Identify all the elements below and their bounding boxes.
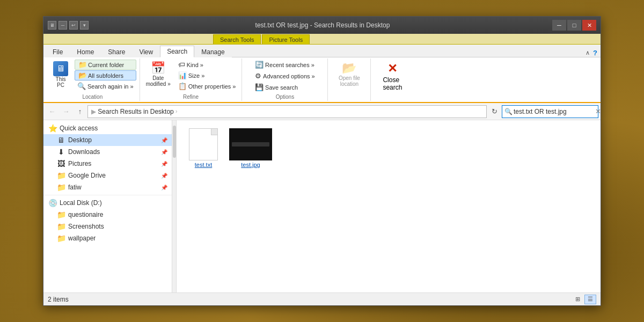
save-icon: 💾: [255, 83, 264, 91]
size-icon: 📊: [178, 71, 187, 79]
ribbon-group-open: 📂 Open filelocation: [328, 58, 371, 101]
list-view-button[interactable]: ☰: [584, 295, 596, 304]
sidebar-divider-1: [43, 195, 172, 195]
close-search-button[interactable]: ✕ Closesearch: [378, 60, 407, 93]
view-controls: ⊞ ☰: [572, 295, 596, 304]
forward-button[interactable]: →: [60, 105, 72, 118]
grid-view-button[interactable]: ⊞: [572, 295, 583, 304]
scrollbar-thumb[interactable]: [173, 126, 176, 158]
sidebar-item-google-drive[interactable]: 📁 Google Drive 📌: [43, 170, 172, 181]
file-area: test.txt test.jpg: [177, 120, 601, 292]
customize-btn[interactable]: ▾: [80, 21, 89, 30]
file-item-test-jpg[interactable]: test.jpg: [229, 126, 272, 171]
sidebar-item-wallpaper[interactable]: 📁 wallpaper: [43, 232, 172, 244]
fatiw-icon: 📁: [56, 183, 66, 192]
tab-share[interactable]: Share: [101, 46, 132, 57]
ribbon-group-refine: 📅 Datemodified » 🏷 Kind » 📊 Size » 📋 Oth…: [140, 58, 243, 101]
this-pc-button[interactable]: 🖥 ThisPC: [49, 60, 72, 90]
minimize-button[interactable]: ─: [552, 20, 566, 31]
calendar-icon: 📅: [151, 61, 165, 75]
explorer-window: 🖥 ─ ↩ ▾ test.txt OR test.jpg - Search Re…: [43, 16, 601, 306]
advanced-options-button[interactable]: ⚙ Advanced options »: [252, 71, 318, 81]
address-path[interactable]: ▶ Search Results in Desktop ›: [87, 105, 487, 118]
ribbon-group-close-search: ✕ Closesearch: [371, 58, 414, 101]
address-bar: ← → ↑ ▶ Search Results in Desktop › ↻ 🔍 …: [43, 103, 601, 120]
window-title: test.txt OR test.jpg - Search Results in…: [93, 21, 552, 29]
sidebar-item-pictures[interactable]: 🖼 Pictures 📌: [43, 158, 172, 170]
file-name-jpg: test.jpg: [241, 162, 260, 168]
local-disk-icon: 💿: [48, 199, 57, 207]
sidebar-item-fatiw[interactable]: 📁 fatiw 📌: [43, 181, 172, 193]
main-content: ⭐ Quick access 🖥 Desktop 📌 ⬇ Downloads 📌…: [43, 120, 601, 292]
context-tab-header: Search Tools Picture Tools: [43, 34, 601, 45]
up-button[interactable]: ↑: [74, 105, 86, 118]
all-subfolders-button[interactable]: 📂 All subfolders: [75, 70, 136, 80]
sidebar-item-screenshots[interactable]: 📁 Screenshots: [43, 221, 172, 232]
pin-icon-downloads: 📌: [161, 149, 167, 155]
tab-search[interactable]: Search: [160, 46, 194, 57]
recent-icon: 🔄: [255, 61, 264, 69]
recent-searches-button[interactable]: 🔄 Recent searches »: [252, 60, 318, 70]
sidebar-item-desktop[interactable]: 🖥 Desktop 📌: [43, 134, 172, 146]
ribbon-content: 🖥 ThisPC 📁 Current folder 📂 All subfolde…: [43, 57, 601, 103]
tab-home[interactable]: Home: [70, 46, 101, 57]
tab-view[interactable]: View: [132, 46, 160, 57]
system-icon: 🖥: [48, 21, 56, 30]
jpg-thumbnail: [229, 128, 272, 160]
search-clear-button[interactable]: ✕: [595, 107, 601, 115]
sidebar-scrollbar[interactable]: [172, 120, 177, 292]
sidebar-item-quick-access[interactable]: ⭐ Quick access: [43, 122, 172, 134]
other-properties-button[interactable]: 📋 Other properties »: [175, 81, 239, 91]
google-drive-icon: 📁: [56, 171, 66, 180]
search-again-icon: 🔍: [77, 82, 86, 90]
pictures-icon: 🖼: [56, 159, 66, 168]
downloads-icon: ⬇: [56, 148, 66, 156]
title-bar: 🖥 ─ ↩ ▾ test.txt OR test.jpg - Search Re…: [43, 17, 601, 34]
maximize-button[interactable]: □: [567, 20, 581, 31]
date-modified-button[interactable]: 📅 Datemodified »: [143, 60, 173, 89]
sidebar-item-questionaire[interactable]: 📁 questionaire: [43, 209, 172, 221]
ribbon-collapse-btn[interactable]: ∧: [586, 49, 590, 56]
sidebar: ⭐ Quick access 🖥 Desktop 📌 ⬇ Downloads 📌…: [43, 120, 172, 292]
pin-icon-desktop: 📌: [161, 137, 167, 143]
refresh-button[interactable]: ↻: [488, 105, 501, 118]
this-pc-icon: 🖥: [53, 61, 68, 76]
sidebar-item-local-disk[interactable]: 💿 Local Disk (D:): [43, 197, 172, 209]
questionaire-icon: 📁: [56, 210, 66, 219]
tab-manage[interactable]: Manage: [194, 46, 231, 57]
kind-button[interactable]: 🏷 Kind »: [175, 60, 239, 70]
search-again-button[interactable]: 🔍 Search again in »: [75, 81, 136, 91]
pin-icon-fatiw: 📌: [161, 185, 167, 191]
file-item-test-txt[interactable]: test.txt: [182, 126, 225, 171]
save-search-button[interactable]: 💾 Save search: [252, 82, 318, 92]
title-bar-icons: 🖥 ─ ↩ ▾: [48, 21, 89, 30]
ribbon-group-options: 🔄 Recent searches » ⚙ Advanced options »…: [242, 58, 328, 101]
size-button[interactable]: 📊 Size »: [175, 70, 239, 80]
kind-icon: 🏷: [178, 61, 185, 69]
open-file-location-button[interactable]: 📂 Open filelocation: [336, 60, 363, 89]
close-button[interactable]: ✕: [582, 20, 596, 31]
tab-file[interactable]: File: [46, 46, 70, 57]
search-tools-context-tab[interactable]: Search Tools: [213, 34, 261, 44]
back-button[interactable]: ←: [46, 105, 58, 118]
ribbon-group-location: 🖥 ThisPC 📁 Current folder 📂 All subfolde…: [46, 58, 140, 101]
current-folder-button[interactable]: 📁 Current folder: [75, 60, 136, 70]
pin-icon-gdrive: 📌: [161, 173, 167, 179]
pin-icon-pictures: 📌: [161, 161, 167, 167]
help-button[interactable]: ?: [593, 49, 597, 57]
toolbar-icon2[interactable]: ↩: [69, 21, 78, 30]
toolbar-icon1[interactable]: ─: [58, 21, 67, 30]
search-input[interactable]: [514, 108, 594, 115]
advanced-icon: ⚙: [255, 72, 261, 80]
picture-tools-context-tab[interactable]: Picture Tools: [262, 34, 310, 44]
screenshots-icon: 📁: [56, 222, 66, 231]
close-x-icon: ✕: [385, 61, 400, 76]
desktop-icon: 🖥: [56, 136, 66, 144]
file-name-txt: test.txt: [195, 162, 212, 168]
search-glass-icon: 🔍: [504, 108, 513, 115]
properties-icon: 📋: [178, 82, 187, 90]
search-box: 🔍 ✕: [502, 105, 598, 118]
ribbon-tab-bar: File Home Share View Search Manage ∧ ?: [43, 45, 601, 57]
sidebar-item-downloads[interactable]: ⬇ Downloads 📌: [43, 146, 172, 158]
open-location-icon: 📂: [342, 61, 356, 75]
